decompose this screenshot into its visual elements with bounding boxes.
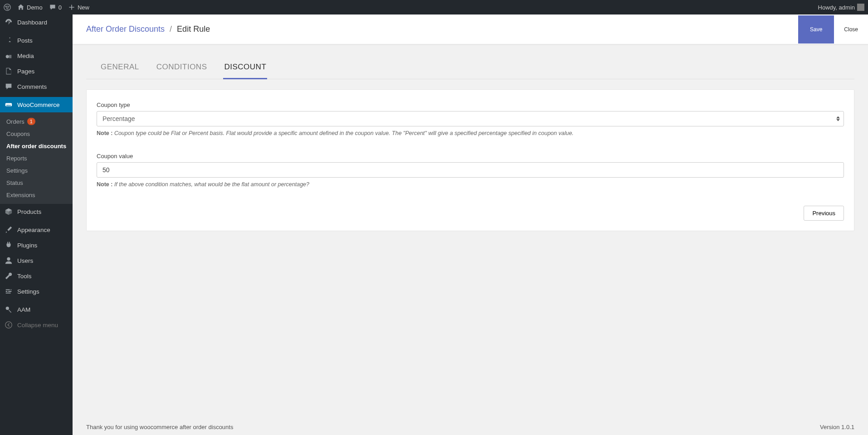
coupon-value-input[interactable] (97, 162, 844, 178)
svg-point-5 (6, 307, 9, 310)
breadcrumb-separator: / (170, 24, 172, 34)
wordpress-icon (4, 4, 11, 11)
sidebar-item-label: Posts (17, 37, 33, 44)
submenu-label: Reports (6, 155, 27, 162)
woo-submenu: Orders 1 Coupons After order discounts R… (0, 112, 73, 204)
submenu-label: Coupons (6, 130, 30, 137)
coupon-value-label: Coupon value (97, 153, 844, 160)
tabs: GENERAL CONDITIONS DISCOUNT (86, 53, 854, 79)
sidebar-item-label: Collapse menu (17, 322, 58, 329)
comment-icon (5, 82, 13, 91)
brush-icon (5, 226, 13, 234)
svg-point-1 (6, 55, 9, 58)
new-label: New (78, 4, 89, 11)
submenu-coupons[interactable]: Coupons (0, 128, 73, 140)
save-button[interactable]: Save (798, 15, 834, 44)
sidebar-item-dashboard[interactable]: Dashboard (0, 14, 73, 30)
sidebar-item-woocommerce[interactable]: woo WooCommerce (0, 97, 73, 112)
greeting: Howdy, admin (818, 4, 855, 11)
submenu-reports[interactable]: Reports (0, 152, 73, 164)
previous-button[interactable]: Previous (804, 206, 844, 221)
sidebar-item-label: Dashboard (17, 19, 47, 26)
new-link[interactable]: New (68, 4, 89, 11)
svg-text:woo: woo (6, 104, 11, 106)
select-arrows-icon (836, 116, 840, 121)
avatar (857, 4, 864, 11)
page-footer: Thank you for using woocommerce after or… (86, 415, 854, 435)
discount-panel: Coupon type Percentage Note : Coupon typ… (86, 89, 854, 231)
sidebar-item-media[interactable]: Media (0, 48, 73, 63)
page-icon (5, 67, 13, 75)
comments-link[interactable]: 0 (49, 4, 62, 11)
site-link[interactable]: Demo (17, 4, 43, 11)
tab-general[interactable]: GENERAL (100, 59, 140, 79)
wp-logo[interactable] (4, 4, 11, 11)
sidebar-item-products[interactable]: Products (0, 204, 73, 219)
products-icon (5, 208, 13, 216)
submenu-extensions[interactable]: Extensions (0, 189, 73, 201)
sidebar-item-label: Products (17, 208, 41, 215)
submenu-label: Settings (6, 167, 28, 174)
account-link[interactable]: Howdy, admin (818, 4, 864, 11)
coupon-type-field: Coupon type Percentage Note : Coupon typ… (97, 102, 844, 136)
admin-sidebar: Dashboard Posts Media Pages Comments woo… (0, 14, 73, 435)
sidebar-item-label: Settings (17, 288, 39, 295)
submenu-label: After order discounts (6, 143, 66, 150)
user-icon (5, 256, 13, 265)
sidebar-item-plugins[interactable]: Plugins (0, 237, 73, 253)
tab-discount[interactable]: DISCOUNT (223, 59, 267, 79)
submenu-label: Orders (6, 118, 24, 125)
sidebar-item-comments[interactable]: Comments (0, 79, 73, 94)
note-text: Coupon type could be Flat or Percent bas… (114, 130, 574, 136)
comment-count: 0 (59, 4, 62, 11)
sidebar-item-pages[interactable]: Pages (0, 63, 73, 79)
footer-thanks: Thank you for using woocommerce after or… (86, 424, 233, 430)
note-label: Note : (97, 181, 114, 188)
dashboard-icon (5, 18, 13, 26)
sidebar-item-label: Plugins (17, 242, 37, 249)
sidebar-item-label: Media (17, 53, 34, 59)
submenu-orders[interactable]: Orders 1 (0, 115, 73, 128)
submenu-settings[interactable]: Settings (0, 164, 73, 177)
sidebar-item-label: Appearance (17, 227, 50, 233)
submenu-label: Extensions (6, 192, 35, 198)
key-icon (5, 305, 13, 314)
coupon-value-note: Note : If the above condition matches, w… (97, 181, 844, 188)
pin-icon (5, 36, 13, 44)
admin-bar: Demo 0 New Howdy, admin (0, 0, 868, 14)
coupon-type-select[interactable]: Percentage (97, 111, 844, 126)
comment-icon (49, 4, 56, 11)
sidebar-item-appearance[interactable]: Appearance (0, 222, 73, 237)
collapse-icon (5, 321, 13, 329)
sidebar-item-label: Pages (17, 68, 34, 75)
sidebar-item-tools[interactable]: Tools (0, 268, 73, 284)
main-content: After Order Discounts / Edit Rule Save C… (73, 14, 868, 435)
submenu-after-order-discounts[interactable]: After order discounts (0, 140, 73, 152)
plug-icon (5, 241, 13, 249)
sidebar-item-aam[interactable]: AAM (0, 302, 73, 317)
sidebar-item-users[interactable]: Users (0, 253, 73, 268)
breadcrumb-current: Edit Rule (177, 24, 210, 34)
orders-badge: 1 (27, 118, 35, 125)
sidebar-item-label: Users (17, 257, 33, 264)
svg-point-4 (7, 257, 10, 261)
note-label: Note : (97, 130, 114, 136)
tab-conditions[interactable]: CONDITIONS (156, 59, 208, 79)
close-button[interactable]: Close (834, 15, 868, 44)
coupon-type-label: Coupon type (97, 102, 844, 108)
coupon-value-field: Coupon value Note : If the above conditi… (97, 153, 844, 188)
sidebar-item-label: Comments (17, 83, 47, 90)
breadcrumb-parent[interactable]: After Order Discounts (86, 24, 165, 34)
submenu-status[interactable]: Status (0, 177, 73, 189)
sidebar-item-label: Tools (17, 273, 32, 280)
plus-icon (68, 4, 75, 11)
sidebar-item-collapse[interactable]: Collapse menu (0, 317, 73, 333)
breadcrumb: After Order Discounts / Edit Rule (86, 24, 210, 34)
submenu-label: Status (6, 179, 23, 186)
sliders-icon (5, 287, 13, 295)
sidebar-item-settings[interactable]: Settings (0, 284, 73, 299)
media-icon (5, 52, 13, 60)
footer-version: Version 1.0.1 (820, 424, 854, 430)
sidebar-item-posts[interactable]: Posts (0, 33, 73, 48)
sidebar-item-label: AAM (17, 306, 30, 313)
